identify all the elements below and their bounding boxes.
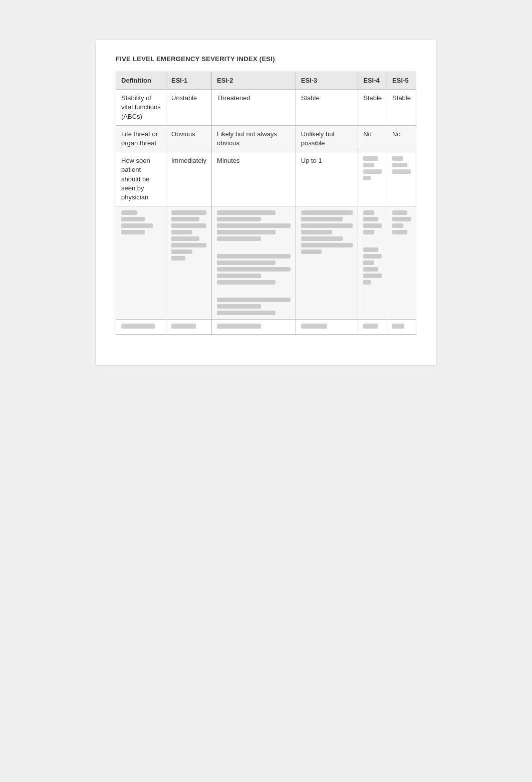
esi-table: Definition ESI-1 ESI-2 ESI-3 ESI-4 ESI-5… xyxy=(116,72,416,335)
row-lifethreat-esi1: Obvious xyxy=(166,125,212,152)
blurred-content xyxy=(363,156,382,180)
row-howsoon-esi1: Immediately xyxy=(166,152,212,206)
blurred-cell xyxy=(296,206,358,320)
blurred-cell xyxy=(387,206,416,320)
row-stability-esi4: Stable xyxy=(358,90,387,126)
col-header-esi1: ESI-1 xyxy=(166,72,212,90)
row-stability-esi1: Unstable xyxy=(166,90,212,126)
row-label-howsoon: How soon patient should be seen by physi… xyxy=(116,152,166,206)
row-stability-esi2: Threatened xyxy=(212,90,296,126)
row-lifethreat-esi5: No xyxy=(387,125,416,152)
col-header-esi2: ESI-2 xyxy=(212,72,296,90)
col-header-esi4: ESI-4 xyxy=(358,72,387,90)
table-row: Stability of vital functions (ABCs) Unst… xyxy=(116,90,416,126)
blurred-cell xyxy=(116,206,166,320)
blurred-cell-bottom xyxy=(166,320,212,335)
blurred-cell-bottom xyxy=(358,320,387,335)
row-label-lifethreat: Life threat or organ threat xyxy=(116,125,166,152)
table-row: Life threat or organ threat Obvious Like… xyxy=(116,125,416,152)
blurred-cell-bottom xyxy=(296,320,358,335)
row-howsoon-esi5 xyxy=(387,152,416,206)
col-header-esi3: ESI-3 xyxy=(296,72,358,90)
page-container: FIVE LEVEL EMERGENCY SEVERITY INDEX (ESI… xyxy=(96,40,436,365)
row-howsoon-esi2: Minutes xyxy=(212,152,296,206)
row-lifethreat-esi3: Unlikely but possible xyxy=(296,125,358,152)
page-title: FIVE LEVEL EMERGENCY SEVERITY INDEX (ESI… xyxy=(116,55,416,63)
table-header-row: Definition ESI-1 ESI-2 ESI-3 ESI-4 ESI-5 xyxy=(116,72,416,90)
blurred-content xyxy=(392,156,411,174)
row-stability-esi5: Stable xyxy=(387,90,416,126)
col-header-definition: Definition xyxy=(116,72,166,90)
blurred-cell xyxy=(212,206,296,320)
row-lifethreat-esi4: No xyxy=(358,125,387,152)
blurred-cell-bottom xyxy=(387,320,416,335)
row-label-stability: Stability of vital functions (ABCs) xyxy=(116,90,166,126)
table-row-blurred xyxy=(116,206,416,320)
blurred-cell-bottom xyxy=(212,320,296,335)
row-howsoon-esi4 xyxy=(358,152,387,206)
blurred-cell xyxy=(358,206,387,320)
blurred-cell xyxy=(166,206,212,320)
row-stability-esi3: Stable xyxy=(296,90,358,126)
blurred-cell-bottom xyxy=(116,320,166,335)
col-header-esi5: ESI-5 xyxy=(387,72,416,90)
row-lifethreat-esi2: Likely but not always obvious xyxy=(212,125,296,152)
table-row-bottom xyxy=(116,320,416,335)
table-row: How soon patient should be seen by physi… xyxy=(116,152,416,206)
row-howsoon-esi3: Up to 1 xyxy=(296,152,358,206)
